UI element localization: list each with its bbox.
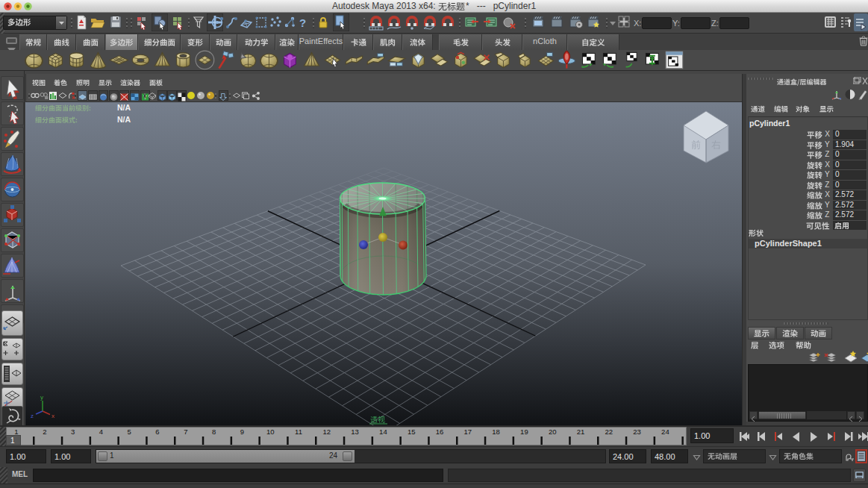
svg-text:y: y	[40, 394, 43, 401]
svg-text:x: x	[51, 413, 54, 419]
svg-text:?: ?	[299, 16, 306, 29]
svg-text:z: z	[31, 413, 34, 419]
